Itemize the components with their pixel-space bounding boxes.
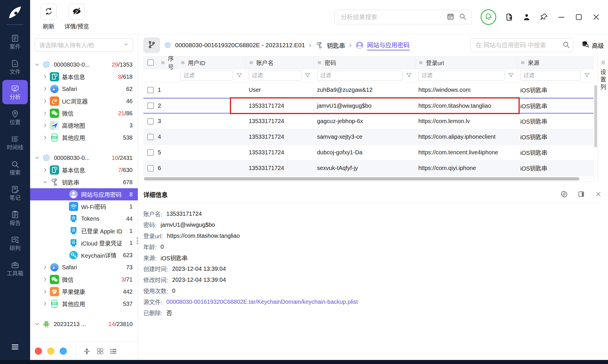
tree-node[interactable]: 网站与应用密码8 xyxy=(30,188,138,200)
tree-node[interactable]: APP其他应用538 xyxy=(30,131,138,144)
funnel-icon[interactable] xyxy=(405,72,413,79)
filter-input-4[interactable] xyxy=(418,71,505,81)
user-account-button[interactable] xyxy=(522,13,531,21)
details-close-button[interactable] xyxy=(594,190,602,198)
funnel-icon[interactable] xyxy=(304,72,311,79)
nav-item-judge[interactable]: 研判 xyxy=(2,231,28,255)
filter-input-1[interactable] xyxy=(180,71,233,81)
filter-input-3[interactable] xyxy=(317,71,403,81)
tree-node[interactable]: Keychain详情623 xyxy=(30,249,138,261)
table-row-6[interactable]: 613533171724sexvuk-tAqfyf-jyhttps://com.… xyxy=(143,160,594,176)
grid-view-button[interactable] xyxy=(96,347,104,355)
table-row-5[interactable]: 513533171724dubcoj-gofxy1-Dahttps://com.… xyxy=(143,145,594,160)
red-flag-dot[interactable] xyxy=(35,347,42,355)
nav-item-timeline[interactable]: 时间线 xyxy=(2,130,28,155)
nav-item-analysis[interactable]: 分析 xyxy=(2,80,28,104)
tree-node[interactable]: 高德地图3 xyxy=(30,119,138,131)
row-checkbox[interactable] xyxy=(147,165,154,171)
close-button[interactable] xyxy=(592,13,600,21)
tree-node[interactable]: APP其他应用537 xyxy=(30,298,138,310)
tree-node[interactable]: Safari62 xyxy=(30,83,138,95)
collapse-all-button[interactable] xyxy=(83,347,91,355)
advanced-search-button[interactable]: 高级 xyxy=(581,41,604,50)
filter-input-5[interactable] xyxy=(520,71,581,81)
tree-node[interactable]: iCloud 登录凭证1 xyxy=(30,237,138,249)
expander-icon[interactable] xyxy=(41,74,49,80)
minimize-button[interactable] xyxy=(557,13,566,21)
breadcrumb-device[interactable]: 00008030-001619320C68802E - 20231212.E01 xyxy=(175,42,305,49)
tree-view-button[interactable] xyxy=(143,37,160,53)
expander-icon[interactable] xyxy=(41,122,49,128)
expander-icon[interactable] xyxy=(41,289,49,295)
column-settings-strip[interactable]: 设置列 xyxy=(598,56,608,182)
nav-item-report[interactable]: 报告 xyxy=(2,206,28,230)
source-file-link[interactable]: 00008030-001619320C68802E.tar/KeychainDo… xyxy=(166,299,358,305)
expander-icon[interactable] xyxy=(41,277,49,282)
refresh-button[interactable]: 刷新 xyxy=(41,4,57,30)
nav-item-toolbox[interactable]: 工具箱 xyxy=(2,256,28,281)
tree-node[interactable]: i基本信息8/618 xyxy=(30,71,138,83)
nav-item-note[interactable]: 笔记 xyxy=(2,181,28,205)
pin-button[interactable] xyxy=(540,13,548,21)
column-header-3[interactable]: 密码 xyxy=(314,56,415,69)
tree-node[interactable]: Tokens44 xyxy=(30,213,138,225)
row-checkbox[interactable] xyxy=(147,118,154,125)
expander-icon[interactable] xyxy=(41,86,49,92)
expander-icon[interactable] xyxy=(41,301,49,307)
tree-node[interactable]: 00008030-0...29/1353 xyxy=(30,58,138,71)
details-settings-button[interactable] xyxy=(560,190,568,198)
select-all-checkbox[interactable] xyxy=(147,59,154,66)
expander-icon[interactable] xyxy=(41,179,49,185)
tree-node[interactable]: 钥匙串678 xyxy=(30,176,138,188)
tree-node[interactable]: 已登录 Apple ID1 xyxy=(30,225,138,237)
tree-node[interactable]: 20231213 ...14/23810 xyxy=(30,318,138,330)
nav-item-location[interactable]: 位置 xyxy=(2,105,28,129)
vertical-scrollbar-thumb[interactable] xyxy=(594,85,597,147)
expander-icon[interactable] xyxy=(33,155,41,161)
column-header-4[interactable]: 登录url xyxy=(415,56,517,69)
tree-node[interactable]: 00008030-0...10/2431 xyxy=(30,152,138,164)
tree-node[interactable]: Wi-Fi密码1 xyxy=(30,200,138,213)
expander-icon[interactable] xyxy=(33,321,41,327)
details-layout-button[interactable] xyxy=(577,190,585,198)
tree-node[interactable]: i基本信息7/630 xyxy=(30,164,138,176)
nav-item-case[interactable]: 案件 xyxy=(2,30,28,54)
tree-node[interactable]: 微信3/71 xyxy=(30,273,138,286)
funnel-icon[interactable] xyxy=(583,72,591,79)
filter-input-2[interactable] xyxy=(249,71,301,81)
nav-item-file[interactable]: 文件 xyxy=(2,55,28,79)
nav-item-search[interactable]: 搜索 xyxy=(2,156,28,180)
column-header-5[interactable]: 来源 xyxy=(517,56,594,69)
table-row-4[interactable]: 413533171724samvag-xejty3-cehttps://com.… xyxy=(143,129,594,145)
export-button[interactable] xyxy=(505,13,514,21)
calendar-icon[interactable] xyxy=(447,13,455,21)
funnel-icon[interactable] xyxy=(507,72,514,79)
blue-flag-dot[interactable] xyxy=(60,347,67,355)
table-row-1[interactable]: 1UserzuhBa9@zuzgaw&12https://windows.com… xyxy=(143,82,594,98)
row-checkbox[interactable] xyxy=(147,149,154,156)
menu-button[interactable] xyxy=(10,337,20,360)
notification-button[interactable] xyxy=(481,9,496,25)
tree-node[interactable]: Safari73 xyxy=(30,261,138,273)
breadcrumb-current[interactable]: 网站与应用密码 xyxy=(367,40,410,50)
column-header-0[interactable]: 序号 xyxy=(143,56,177,69)
row-checkbox[interactable] xyxy=(147,103,154,109)
expander-icon[interactable] xyxy=(41,264,49,270)
list-view-button[interactable] xyxy=(109,347,118,355)
maximize-button[interactable] xyxy=(574,13,583,21)
funnel-icon[interactable] xyxy=(236,72,243,79)
expander-icon[interactable] xyxy=(33,62,41,67)
row-checkbox[interactable] xyxy=(147,134,154,140)
table-row-3[interactable]: 313533171724gagcuz-jebhop-6xhttps://com.… xyxy=(143,114,594,129)
search-icon[interactable] xyxy=(459,13,468,21)
search-icon[interactable] xyxy=(562,41,570,50)
column-settings-label[interactable]: 设置列 xyxy=(599,69,607,92)
result-search-input[interactable] xyxy=(475,41,560,49)
tree-node[interactable]: 微信21/86 xyxy=(30,107,138,119)
column-header-1[interactable]: 用户ID xyxy=(177,56,246,69)
yellow-flag-dot[interactable] xyxy=(47,347,54,355)
tree-node[interactable]: UC浏览器46 xyxy=(30,95,138,107)
column-header-2[interactable]: 账户名 xyxy=(246,56,314,69)
table-row-2[interactable]: 213533171724jamvU1@wiwgug$bohttps://com.… xyxy=(143,98,594,114)
breadcrumb-keychain[interactable]: 钥匙串 xyxy=(327,41,345,50)
